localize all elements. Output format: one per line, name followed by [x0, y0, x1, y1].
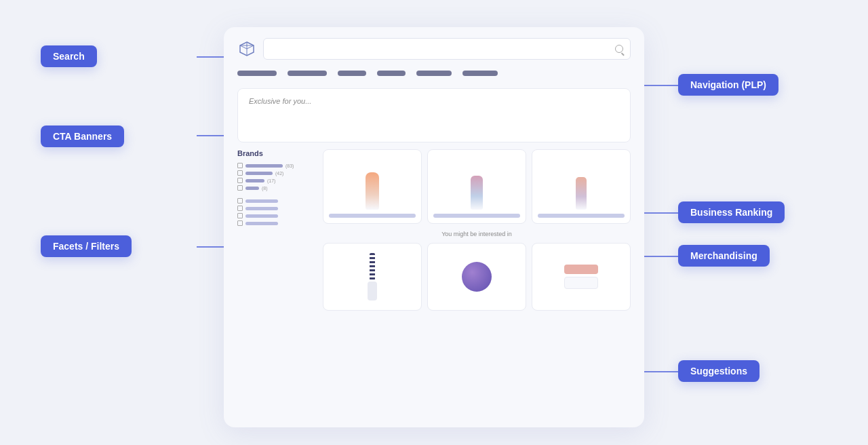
mascara-body — [368, 282, 377, 301]
filter-checkbox-5[interactable] — [237, 198, 243, 204]
suggestion-card-1[interactable] — [323, 243, 422, 311]
search-loupe-icon — [615, 45, 623, 53]
product-card-3[interactable] — [532, 149, 631, 224]
filter-bar-3 — [245, 179, 264, 182]
suggestion-card-3[interactable] — [532, 243, 631, 311]
suggestions-label: You might be interested in — [323, 231, 631, 237]
brands-title: Brands — [237, 149, 312, 157]
circle-product-shape — [462, 262, 492, 292]
mockup-nav — [224, 65, 644, 85]
filter-item-3[interactable]: (17) — [237, 178, 312, 183]
filter-item-6[interactable] — [237, 206, 312, 211]
nav-item-2[interactable] — [288, 71, 327, 76]
nav-item-5[interactable] — [416, 71, 452, 76]
svg-line-17 — [240, 45, 247, 49]
filter-count-2: (42) — [275, 171, 283, 176]
filter-count-1: (83) — [285, 163, 294, 168]
nav-item-3[interactable] — [338, 71, 366, 76]
mockup-card: Exclusive for you... Brands (83) (42) — [224, 27, 644, 427]
cta-banners-badge: CTA Banners — [41, 125, 124, 147]
filter-bar-6 — [245, 207, 278, 210]
mascara-brush — [370, 253, 375, 280]
mockup-search-bar — [224, 27, 644, 65]
content-area: Brands (83) (42) (17) — [224, 149, 644, 311]
filter-bar-2 — [245, 172, 273, 175]
suggestion-card-2[interactable] — [427, 243, 526, 311]
palette-bottom — [564, 277, 598, 289]
product-bar-1 — [329, 214, 416, 218]
business-ranking-badge: Business Ranking — [678, 201, 785, 223]
filter-checkbox-6[interactable] — [237, 206, 243, 211]
product-shape-2 — [471, 176, 483, 210]
palette-top — [564, 265, 598, 274]
filter-bar-8 — [245, 222, 278, 225]
filter-count-4: (8) — [262, 186, 268, 191]
product-bar-3 — [538, 214, 625, 218]
navigation-badge: Navigation (PLP) — [678, 74, 778, 96]
product-card-2[interactable] — [427, 149, 526, 224]
product-shape-3 — [576, 177, 587, 210]
nav-item-6[interactable] — [462, 71, 498, 76]
mascara-shape — [368, 253, 377, 301]
nav-item-1[interactable] — [237, 71, 277, 76]
filter-checkbox-3[interactable] — [237, 178, 243, 183]
filter-checkbox-4[interactable] — [237, 185, 243, 191]
merchandising-badge: Merchandising — [678, 245, 770, 267]
filter-bar-4 — [245, 187, 259, 190]
suggestions-grid — [323, 243, 631, 311]
filter-checkbox-1[interactable] — [237, 163, 243, 168]
filters-panel: Brands (83) (42) (17) — [237, 149, 312, 311]
search-badge: Search — [41, 45, 97, 67]
filter-divider — [237, 193, 312, 198]
cta-banner: Exclusive for you... — [237, 88, 631, 142]
filter-item-7[interactable] — [237, 213, 312, 218]
svg-line-18 — [247, 45, 254, 49]
filter-bar-1 — [245, 164, 283, 168]
palette-shape — [564, 265, 598, 289]
filter-item-1[interactable]: (83) — [237, 163, 312, 168]
suggestions-badge: Suggestions — [678, 360, 760, 382]
filter-item-4[interactable]: (8) — [237, 185, 312, 191]
filter-checkbox-8[interactable] — [237, 220, 243, 226]
product-card-1[interactable] — [323, 149, 422, 224]
product-grid — [323, 149, 631, 224]
nav-item-4[interactable] — [377, 71, 406, 76]
filter-bar-5 — [245, 199, 278, 203]
filter-item-5[interactable] — [237, 198, 312, 204]
filter-item-8[interactable] — [237, 220, 312, 226]
product-shape-1 — [366, 172, 379, 210]
facets-filters-badge: Facets / Filters — [41, 235, 132, 257]
filter-checkbox-7[interactable] — [237, 213, 243, 218]
product-bar-2 — [433, 214, 520, 218]
filter-item-2[interactable]: (42) — [237, 170, 312, 176]
filter-checkbox-2[interactable] — [237, 170, 243, 176]
filter-bar-7 — [245, 214, 278, 218]
search-input-bar[interactable] — [263, 38, 631, 60]
main-wrapper: Exclusive for you... Brands (83) (42) — [0, 0, 868, 445]
products-panel: You might be interested in — [323, 149, 631, 311]
cube-icon — [237, 39, 256, 58]
filter-count-3: (17) — [267, 178, 275, 183]
cta-banner-text: Exclusive for you... — [249, 97, 311, 105]
